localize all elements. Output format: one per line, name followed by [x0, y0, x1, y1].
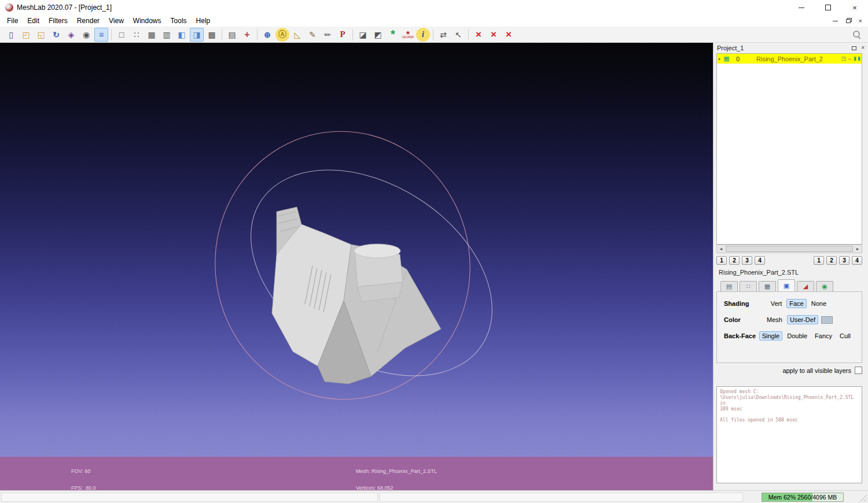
open-project-icon[interactable]: ◰ — [19, 28, 33, 42]
scroll-thumb[interactable] — [726, 246, 853, 252]
scroll-right-icon[interactable]: ▸ — [854, 245, 862, 253]
export-mesh-icon[interactable]: ◈ — [64, 28, 78, 42]
project-panel: Project_1 × ▸ ▦ 0 Rising_Phoenix_Part_2 … — [713, 43, 868, 490]
trackball-icon[interactable]: ⊕ — [260, 28, 274, 42]
axis-icon[interactable]: + — [240, 28, 254, 42]
hidden-lines-icon[interactable]: ▥ — [160, 28, 174, 42]
minimize-button[interactable] — [788, 0, 815, 15]
flat-shading-icon[interactable]: ◧ — [175, 28, 189, 42]
select-faces-icon[interactable]: ◪ — [356, 28, 370, 42]
backface-option-fancy[interactable]: Fancy — [812, 331, 835, 341]
layer-color-icon[interactable]: ▮ — [858, 56, 860, 61]
view-load-button-2[interactable]: 2 — [826, 256, 837, 265]
layer-name[interactable]: Rising_Phoenix_Part_2 — [751, 56, 841, 62]
menu-filters[interactable]: Filters — [44, 16, 72, 26]
delete-selected-faces-icon[interactable]: × — [472, 28, 486, 42]
layer-expand-icon[interactable]: ▸ — [717, 57, 722, 61]
tab-wireframe[interactable]: ▦ — [759, 281, 776, 291]
delete-selected-all-icon[interactable]: × — [502, 28, 516, 42]
close-button[interactable]: × — [841, 0, 868, 15]
viewport-3d[interactable]: FOV: 60 FPS: 80.0 BO_RENDERING Mesh: Ris… — [0, 43, 713, 490]
menu-render[interactable]: Render — [72, 16, 104, 26]
shading-row: Shading Vert Face None — [724, 298, 862, 309]
project-panel-header-icons: × — [852, 45, 865, 51]
bbox-render-icon[interactable]: □ — [115, 28, 128, 42]
apply-all-row: apply to all visible layers — [716, 367, 862, 374]
dock-float-icon[interactable] — [852, 46, 856, 50]
measure-icon[interactable]: ◺ — [290, 28, 304, 42]
apply-all-checkbox[interactable] — [855, 367, 862, 374]
menu-windows[interactable]: Windows — [128, 16, 166, 26]
select-arrow-icon[interactable]: ↖ — [451, 28, 465, 42]
georef-icon[interactable]: ★ GEOREF — [401, 28, 415, 42]
menu-edit[interactable]: Edit — [23, 16, 44, 26]
georef-label: GEOREF — [402, 36, 414, 39]
view-save-button-3[interactable]: 3 — [742, 256, 752, 265]
shading-option-face[interactable]: Face — [786, 299, 806, 308]
project-panel-header: Project_1 × — [713, 43, 868, 53]
smooth-shading-icon[interactable]: ◨ — [190, 28, 204, 42]
tab-general[interactable]: ▤ — [720, 281, 738, 291]
vertex-convert-icon[interactable]: ⇄ — [436, 28, 450, 42]
meshlab-window: MeshLab 2020.07 - [Project_1] × File Edi… — [0, 0, 868, 503]
texture-icon[interactable]: ▩ — [205, 28, 219, 42]
snapshot-icon[interactable]: ◉ — [79, 28, 93, 42]
mdi-close-icon[interactable]: × — [859, 18, 862, 24]
new-project-icon[interactable]: ▯ — [4, 28, 18, 42]
maximize-button[interactable] — [815, 0, 841, 15]
shading-option-none[interactable]: None — [808, 299, 829, 308]
window-title: MeshLab 2020.07 - [Project_1] — [17, 3, 112, 12]
mdi-minimize-icon[interactable] — [833, 21, 838, 21]
tab-texture[interactable]: ◉ — [816, 281, 833, 291]
search-icon[interactable] — [852, 30, 861, 39]
backface-option-cull[interactable]: Cull — [837, 331, 854, 341]
backface-option-double[interactable]: Double — [784, 331, 810, 341]
tab-materials[interactable]: ◢ — [797, 281, 814, 291]
tab-solid[interactable]: ▣ — [778, 279, 795, 291]
ambient-light-icon[interactable]: Ⓐ — [275, 28, 289, 42]
dock-close-icon[interactable]: × — [861, 45, 865, 51]
layer-window-icon[interactable]: ◳ — [841, 56, 847, 61]
select-vertices-icon[interactable]: ◩ — [371, 28, 385, 42]
color-option-userdef[interactable]: User-Def — [787, 315, 818, 324]
grid-icon[interactable]: ▤ — [225, 28, 239, 42]
scroll-left-icon[interactable]: ◂ — [717, 245, 725, 253]
paint-icon[interactable]: ✏ — [321, 28, 334, 42]
color-row: Color Mesh User-Def — [724, 315, 862, 325]
view-load-button-3[interactable]: 3 — [839, 256, 849, 265]
menu-view[interactable]: View — [104, 16, 128, 26]
view-save-button-1[interactable]: 1 — [716, 256, 727, 265]
menu-help[interactable]: Help — [192, 16, 215, 26]
view-save-button-4[interactable]: 4 — [755, 256, 765, 265]
shading-option-vert[interactable]: Vert — [768, 299, 785, 308]
delete-selected-vertices-icon[interactable]: × — [487, 28, 501, 42]
layer-list: ▸ ▦ 0 Rising_Phoenix_Part_2 ◳ ↔ ▮ ▮ — [716, 53, 862, 245]
view-load-button-4[interactable]: 4 — [852, 256, 862, 265]
memory-meter-text: Mem 62% 2560/4096 MB — [762, 493, 843, 501]
backface-option-single[interactable]: Single — [759, 331, 783, 341]
align-icon[interactable]: * — [386, 28, 400, 42]
layer-visibility-icon[interactable]: ▮ — [854, 56, 856, 61]
layers-icon[interactable]: ≡ — [94, 28, 108, 42]
maximize-icon — [825, 5, 831, 10]
layer-row[interactable]: ▸ ▦ 0 Rising_Phoenix_Part_2 ◳ ↔ ▮ ▮ — [717, 54, 862, 64]
layer-swap-icon[interactable]: ↔ — [847, 56, 852, 61]
user-color-swatch[interactable] — [821, 316, 833, 324]
menu-tools[interactable]: Tools — [166, 16, 192, 26]
points-render-icon[interactable]: ∷ — [130, 28, 144, 42]
color-option-mesh[interactable]: Mesh — [764, 315, 785, 324]
info-icon[interactable]: i — [416, 28, 430, 42]
view-save-button-2[interactable]: 2 — [729, 256, 740, 265]
menu-file[interactable]: File — [2, 16, 23, 26]
title-bar: MeshLab 2020.07 - [Project_1] × — [0, 0, 868, 15]
pdf-icon[interactable]: P — [336, 28, 350, 42]
log-output: Opened mesh C: \Users\julia\Downloads\Ri… — [716, 386, 862, 483]
import-mesh-icon[interactable]: ◱ — [34, 28, 48, 42]
tab-points[interactable]: ∷ — [740, 281, 757, 291]
wireframe-render-icon[interactable]: ▦ — [145, 28, 159, 42]
mdi-restore-icon[interactable] — [846, 19, 851, 23]
resize-grip[interactable] — [859, 494, 867, 502]
reload-icon[interactable]: ↻ — [49, 28, 63, 42]
view-load-button-1[interactable]: 1 — [814, 256, 824, 265]
pick-points-icon[interactable]: ✎ — [306, 28, 319, 42]
